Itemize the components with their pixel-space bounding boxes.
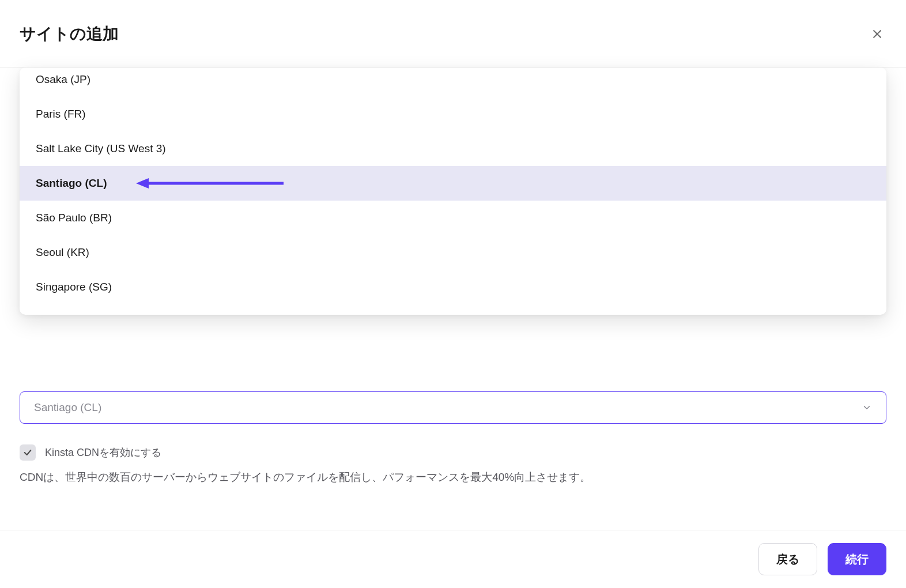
dropdown-option-santiago[interactable]: Santiago (CL) [20,166,886,201]
dropdown-option-label: Singapore (SG) [36,281,112,293]
dropdown-option-label: Osaka (JP) [36,73,90,85]
dropdown-option-seoul[interactable]: Seoul (KR) [20,235,886,270]
modal-footer: 戻る 続行 [0,530,906,588]
cdn-description: CDNは、世界中の数百のサーバーからウェブサイトのファイルを配信し、パフォーマン… [20,469,886,486]
cdn-checkbox[interactable] [20,444,36,461]
back-button[interactable]: 戻る [758,543,817,575]
continue-button[interactable]: 続行 [828,543,886,575]
dropdown-option-salt-lake-city[interactable]: Salt Lake City (US West 3) [20,131,886,166]
modal-body: Osaka (JP) Paris (FR) Salt Lake City (US… [0,67,906,436]
cdn-checkbox-label: Kinsta CDNを有効にする [45,446,161,459]
check-icon [23,448,32,457]
dropdown-option-singapore[interactable]: Singapore (SG) [20,270,886,304]
arrow-left-icon [135,176,285,190]
dropdown-option-sao-paulo[interactable]: São Paulo (BR) [20,201,886,235]
close-button[interactable] [868,25,886,43]
modal-title: サイトの追加 [20,23,119,45]
dropdown-option-osaka[interactable]: Osaka (JP) [20,73,886,97]
close-icon [871,28,883,40]
cdn-checkbox-row: Kinsta CDNを有効にする [20,444,886,461]
dropdown-option-paris[interactable]: Paris (FR) [20,97,886,131]
dropdown-option-label: Paris (FR) [36,108,86,120]
select-value: Santiago (CL) [34,401,101,414]
cdn-section: Kinsta CDNを有効にする CDNは、世界中の数百のサーバーからウェブサイ… [20,444,886,486]
svg-marker-3 [136,178,149,189]
modal-header: サイトの追加 [0,0,906,67]
dropdown-option-label: São Paulo (BR) [36,212,112,224]
datacenter-select[interactable]: Santiago (CL) [20,391,886,424]
dropdown-option-label: Salt Lake City (US West 3) [36,142,166,154]
chevron-down-icon [862,402,872,413]
datacenter-dropdown-panel: Osaka (JP) Paris (FR) Salt Lake City (US… [20,67,886,315]
dropdown-option-label: Santiago (CL) [36,177,107,189]
dropdown-option-label: Seoul (KR) [36,246,89,258]
